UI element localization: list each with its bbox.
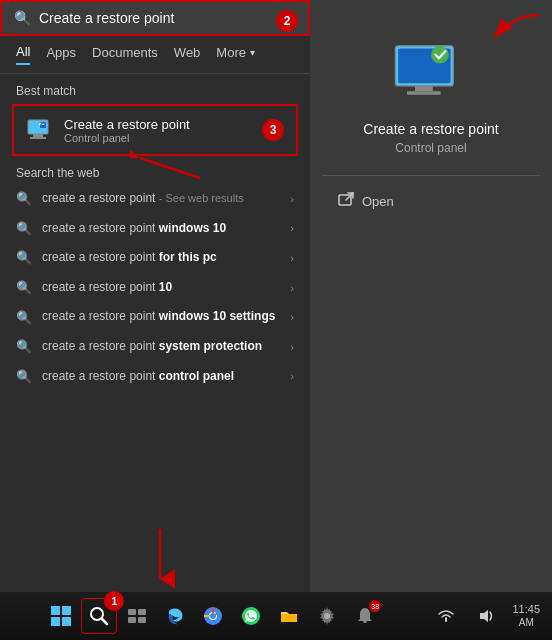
best-match-header: Best match <box>0 74 310 104</box>
web-search-text-7: create a restore point control panel <box>42 369 280 385</box>
tab-all[interactable]: All <box>16 44 30 65</box>
web-search-text-2: create a restore point windows 10 <box>42 221 280 237</box>
web-search-text-1: create a restore point - See web results <box>42 191 280 207</box>
step-badge-3: 3 <box>262 119 284 141</box>
tab-documents[interactable]: Documents <box>92 45 158 64</box>
chevron-right-icon-5: › <box>290 311 294 323</box>
search-panel: 🔍 Create a restore point 2 All Apps Docu… <box>0 0 310 610</box>
right-panel-title: Create a restore point <box>363 121 498 137</box>
tab-more[interactable]: More ▾ <box>216 45 255 64</box>
web-search-icon-6: 🔍 <box>16 339 32 354</box>
chevron-right-icon-1: › <box>290 193 294 205</box>
open-label: Open <box>362 194 394 209</box>
web-search-item-2[interactable]: 🔍 create a restore point windows 10 › <box>0 214 310 244</box>
svg-rect-18 <box>128 609 136 615</box>
web-search-icon-5: 🔍 <box>16 310 32 325</box>
web-search-item-4[interactable]: 🔍 create a restore point 10 › <box>0 273 310 303</box>
web-search-icon-2: 🔍 <box>16 221 32 236</box>
web-search-item-1[interactable]: 🔍 create a restore point - See web resul… <box>0 184 310 214</box>
svg-rect-8 <box>407 91 441 95</box>
right-panel: Create a restore point Control panel Ope… <box>310 0 552 610</box>
web-search-text-6: create a restore point system protection <box>42 339 280 355</box>
taskbar-settings-button[interactable] <box>309 598 345 634</box>
chevron-right-icon-3: › <box>290 252 294 264</box>
tab-apps[interactable]: Apps <box>46 45 76 64</box>
arrow-2 <box>484 10 544 60</box>
svg-rect-14 <box>51 617 60 626</box>
web-search-text-3: create a restore point for this pc <box>42 250 280 266</box>
app-icon-monitor <box>391 40 471 109</box>
taskbar-network-icon[interactable] <box>428 598 464 634</box>
svg-rect-19 <box>138 609 146 615</box>
web-search-icon-1: 🔍 <box>16 191 32 206</box>
svg-rect-2 <box>30 137 46 139</box>
svg-rect-1 <box>33 134 43 137</box>
svg-rect-20 <box>128 617 136 623</box>
taskbar-volume-icon[interactable] <box>468 598 504 634</box>
taskbar-time-display: 11:45 <box>512 603 540 616</box>
taskbar-whatsapp-button[interactable] <box>233 598 269 634</box>
search-icon: 🔍 <box>14 10 31 26</box>
svg-rect-7 <box>415 86 433 91</box>
chevron-right-icon-6: › <box>290 341 294 353</box>
web-search-icon-4: 🔍 <box>16 280 32 295</box>
taskbar: 1 <box>0 592 552 640</box>
taskbar-date-display: AM <box>519 617 534 629</box>
chevron-right-icon-4: › <box>290 282 294 294</box>
taskbar-explorer-button[interactable] <box>271 598 307 634</box>
taskbar-time: 11:45 AM <box>508 603 544 628</box>
arrow-1 <box>130 524 190 594</box>
web-search-item-5[interactable]: 🔍 create a restore point windows 10 sett… <box>0 302 310 332</box>
web-search-text-4: create a restore point 10 <box>42 280 280 296</box>
taskbar-right: 11:45 AM <box>428 598 552 634</box>
open-icon <box>338 192 354 211</box>
search-query: Create a restore point <box>39 10 296 26</box>
nav-tabs: All Apps Documents Web More ▾ <box>0 36 310 74</box>
svg-point-27 <box>324 613 330 619</box>
taskbar-search-button[interactable]: 1 <box>81 598 117 634</box>
svg-point-6 <box>431 46 449 64</box>
search-bar[interactable]: 🔍 Create a restore point 2 <box>0 0 310 36</box>
chevron-right-icon-2: › <box>290 222 294 234</box>
taskbar-center: 1 <box>0 598 426 634</box>
svg-rect-12 <box>51 606 60 615</box>
web-search-item-6[interactable]: 🔍 create a restore point system protecti… <box>0 332 310 362</box>
right-panel-divider <box>322 175 540 176</box>
chevron-right-icon-7: › <box>290 370 294 382</box>
web-search-icon-3: 🔍 <box>16 250 32 265</box>
web-search-item-7[interactable]: 🔍 create a restore point control panel › <box>0 362 310 392</box>
chevron-down-icon: ▾ <box>250 47 255 58</box>
restore-point-icon <box>26 116 54 144</box>
svg-rect-15 <box>62 617 71 626</box>
open-button[interactable]: Open <box>330 188 402 215</box>
tab-web[interactable]: Web <box>174 45 201 64</box>
taskbar-notification-button[interactable]: 38 <box>347 598 383 634</box>
svg-rect-21 <box>138 617 146 623</box>
step-badge-2: 2 <box>276 10 298 32</box>
web-search-text-5: create a restore point windows 10 settin… <box>42 309 280 325</box>
web-search-icon-7: 🔍 <box>16 369 32 384</box>
svg-line-17 <box>102 619 107 624</box>
notification-badge: 38 <box>369 600 381 612</box>
taskbar-taskview-button[interactable] <box>119 598 155 634</box>
taskbar-chrome-button[interactable] <box>195 598 231 634</box>
right-panel-subtitle: Control panel <box>395 141 466 155</box>
arrow-3 <box>130 138 210 188</box>
best-match-title: Create a restore point <box>64 117 252 132</box>
svg-rect-13 <box>62 606 71 615</box>
taskbar-windows-button[interactable] <box>43 598 79 634</box>
web-search-item-3[interactable]: 🔍 create a restore point for this pc › <box>0 243 310 273</box>
taskbar-edge-button[interactable] <box>157 598 193 634</box>
